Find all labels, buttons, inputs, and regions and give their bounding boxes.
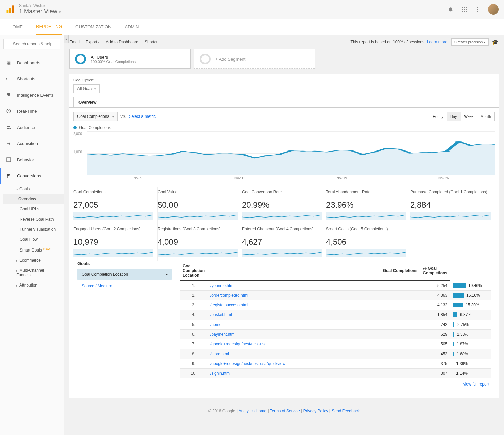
goal-location-table: Goal Completion Location Goal Completion… bbox=[180, 261, 491, 378]
sidebar-sub-overview[interactable]: Overview bbox=[3, 194, 64, 204]
metric-card[interactable]: Registrations (Goal 3 Completions) 4,009 bbox=[158, 224, 242, 261]
tab-admin[interactable]: ADMIN bbox=[125, 19, 139, 35]
shortcut-button[interactable]: Shortcut bbox=[145, 40, 160, 44]
metric-card[interactable]: Entered Checkout (Goal 4 Completions) 4,… bbox=[242, 224, 326, 261]
svg-rect-1 bbox=[9, 8, 11, 13]
metric-card[interactable]: Total Abandonment Rate 23.96% bbox=[326, 187, 410, 224]
svg-point-43 bbox=[371, 152, 378, 152]
location-link[interactable]: /google+redesign/nest/nest-usa/quickview bbox=[208, 359, 420, 369]
sidebar-sub-reverse-goal[interactable]: Reverse Goal Path bbox=[7, 214, 60, 224]
view-selector[interactable]: 1 Master View ▾ bbox=[19, 8, 61, 15]
sidebar-item-conversions[interactable]: Conversions bbox=[3, 168, 60, 184]
bell-icon[interactable] bbox=[447, 6, 454, 13]
learn-more-link[interactable]: Learn more bbox=[427, 40, 447, 44]
svg-point-10 bbox=[464, 11, 465, 12]
sparkline bbox=[242, 212, 322, 220]
footer-link[interactable]: Privacy Policy bbox=[303, 409, 328, 413]
tab-reporting[interactable]: REPORTING bbox=[36, 19, 62, 35]
segment-all-users[interactable]: All Users 100.00% Goal Completions bbox=[69, 49, 191, 69]
sidebar-group-multichannel[interactable]: Multi-Channel Funnels bbox=[7, 265, 60, 280]
legend-dot-icon bbox=[73, 126, 77, 129]
add-segment-button[interactable]: + Add Segment bbox=[194, 49, 315, 69]
dim-source-medium[interactable]: Source / Medium bbox=[77, 280, 172, 292]
time-day[interactable]: Day bbox=[447, 112, 461, 121]
location-link[interactable]: /google+redesign/nest/nest-usa bbox=[208, 339, 420, 349]
view-full-report-link[interactable]: view full report bbox=[180, 378, 491, 390]
time-month[interactable]: Month bbox=[477, 112, 495, 121]
sidebar-sub-smart-goals[interactable]: Smart GoalsNEW bbox=[7, 244, 60, 255]
sidebar-item-shortcuts[interactable]: ⟵Shortcuts bbox=[3, 71, 60, 87]
location-link[interactable]: /signin.html bbox=[208, 369, 420, 378]
table-row: 3. /registersuccess.html 4,132 15.30% bbox=[180, 300, 491, 310]
metric-card[interactable]: Goal Conversion Rate 20.99% bbox=[242, 187, 326, 224]
table-row: 8. /store.html 453 1.68% bbox=[180, 349, 491, 359]
location-link[interactable]: /basket.html bbox=[208, 310, 420, 320]
sparkline bbox=[158, 249, 238, 257]
primary-metric-select[interactable]: Goal Completions bbox=[73, 112, 118, 121]
sidebar-sub-goal-urls[interactable]: Goal URLs bbox=[7, 204, 60, 214]
export-button[interactable]: Export bbox=[86, 40, 100, 44]
sidebar-item-audience[interactable]: Audience bbox=[3, 119, 60, 135]
sidebar-group-goals[interactable]: Goals bbox=[7, 184, 60, 194]
avatar[interactable] bbox=[488, 4, 499, 15]
location-link[interactable]: /store.html bbox=[208, 349, 420, 359]
location-link[interactable]: /payment.html bbox=[208, 330, 420, 339]
sidebar-item-dashboards[interactable]: ▦Dashboards bbox=[3, 55, 60, 71]
location-link[interactable]: /registersuccess.html bbox=[208, 300, 420, 310]
svg-point-32 bbox=[240, 154, 246, 155]
tab-customization[interactable]: CUSTOMIZATION bbox=[75, 19, 111, 35]
metric-card[interactable]: Goal Value $0.00 bbox=[158, 187, 242, 224]
svg-point-8 bbox=[466, 9, 467, 10]
sidebar-item-realtime[interactable]: Real-Time bbox=[3, 103, 60, 119]
time-week[interactable]: Week bbox=[461, 112, 477, 121]
svg-point-26 bbox=[167, 154, 174, 155]
add-dashboard-button[interactable]: Add to Dashboard bbox=[106, 40, 138, 44]
email-button[interactable]: Email bbox=[69, 40, 80, 44]
sidebar-sub-goal-flow[interactable]: Goal Flow bbox=[7, 234, 60, 244]
report-toolbar: Email Export Add to Dashboard Shortcut T… bbox=[64, 35, 504, 49]
precision-select[interactable]: Greater precision bbox=[451, 38, 489, 46]
sidebar-item-acquisition[interactable]: ➜Acquisition bbox=[3, 135, 60, 152]
location-link[interactable]: /home bbox=[208, 320, 420, 330]
metric-card[interactable]: Engaged Users (Goal 2 Completions) 10,97… bbox=[73, 224, 158, 261]
svg-point-12 bbox=[477, 7, 478, 8]
metric-card[interactable]: Smart Goals (Goal 5 Completions) 4,506 bbox=[326, 224, 410, 261]
time-hourly[interactable]: Hourly bbox=[429, 112, 447, 121]
goal-option-select[interactable]: All Goals bbox=[73, 84, 100, 93]
metric-card[interactable]: Purchase Completed (Goal 1 Completions) … bbox=[410, 187, 495, 224]
footer-link[interactable]: Send Feedback bbox=[332, 409, 360, 413]
secondary-metric-link[interactable]: Select a metric bbox=[129, 114, 156, 119]
dim-goal-location[interactable]: Goal Completion Location▸ bbox=[77, 269, 172, 280]
footer-link[interactable]: Terms of Service bbox=[270, 409, 300, 413]
svg-point-13 bbox=[477, 9, 478, 10]
svg-point-25 bbox=[156, 155, 162, 156]
sidebar-group-ecommerce[interactable]: Ecommerce bbox=[7, 255, 60, 265]
location-link[interactable]: /ordercompleted.html bbox=[208, 291, 420, 300]
goals-heading: Goals bbox=[77, 261, 172, 266]
sidebar-item-intelligence[interactable]: Intelligence Events bbox=[3, 87, 60, 103]
inner-tab-overview[interactable]: Overview bbox=[73, 97, 101, 107]
layout-icon bbox=[5, 156, 12, 163]
search-input[interactable] bbox=[3, 39, 60, 49]
svg-point-38 bbox=[311, 151, 318, 152]
svg-point-4 bbox=[464, 7, 465, 8]
footer-link[interactable]: Analytics Home bbox=[239, 409, 266, 413]
metric-card[interactable]: Goal Completions 27,005 bbox=[73, 187, 158, 224]
location-link[interactable]: /yourinfo.html bbox=[208, 281, 420, 291]
svg-point-35 bbox=[276, 154, 282, 155]
shortcut-icon: ⟵ bbox=[5, 75, 12, 82]
svg-point-44 bbox=[383, 148, 390, 148]
svg-point-50 bbox=[455, 141, 462, 142]
more-vert-icon[interactable] bbox=[474, 6, 481, 13]
top-bar: Santa's Wish.io 1 Master View ▾ bbox=[0, 0, 504, 19]
sidebar-item-behavior[interactable]: Behavior bbox=[3, 152, 60, 168]
sidebar-collapse-handle[interactable]: ◂ bbox=[64, 35, 69, 43]
sidebar-sub-funnel[interactable]: Funnel Visualization bbox=[7, 224, 60, 234]
sparkline bbox=[73, 212, 153, 220]
svg-point-47 bbox=[419, 152, 426, 153]
sidebar-group-attribution[interactable]: Attribution bbox=[7, 280, 60, 290]
tab-home[interactable]: HOME bbox=[9, 19, 23, 35]
cap-icon[interactable]: 🎓 bbox=[492, 39, 499, 45]
apps-grid-icon[interactable] bbox=[461, 6, 468, 13]
sidebar: ▦Dashboards ⟵Shortcuts Intelligence Even… bbox=[0, 35, 64, 435]
